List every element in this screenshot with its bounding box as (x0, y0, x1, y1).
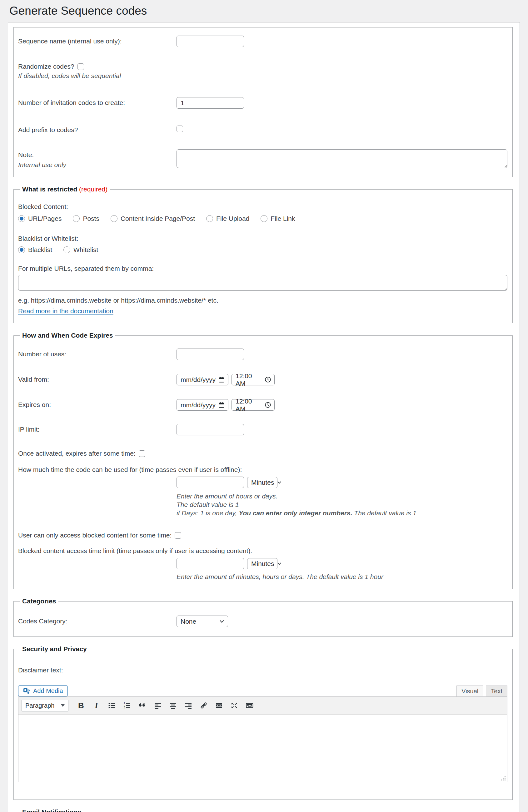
option-content-inside-label: Content Inside Page/Post (120, 215, 195, 222)
documentation-link[interactable]: Read more in the documentation (18, 307, 113, 315)
duration-controls: Minutes (176, 477, 508, 488)
codes-category-select[interactable]: None (176, 615, 228, 627)
link-button[interactable] (197, 699, 211, 711)
access-limit-unit-select[interactable]: Minutes (247, 558, 277, 569)
note-label-wrap: Note: Internal use only (18, 149, 176, 169)
duration-unit-select[interactable]: Minutes (247, 477, 277, 488)
paragraph-select[interactable]: Paragraph (22, 700, 68, 711)
radio-posts[interactable] (73, 215, 80, 222)
bold-icon: B (78, 701, 84, 710)
radio-file-upload[interactable] (206, 215, 213, 222)
ip-limit-input[interactable] (176, 424, 244, 435)
radio-blacklist[interactable] (18, 246, 25, 253)
note-label: Note: (18, 151, 176, 159)
ip-limit-label: IP limit: (18, 424, 176, 433)
restricted-legend: What is restricted (required) (20, 186, 110, 193)
row-user-access: User can only access blocked content for… (18, 532, 508, 539)
valid-from-time-input[interactable]: 12:00 AM (231, 374, 275, 386)
expires-on-label: Expires on: (18, 399, 176, 408)
bulleted-list-button[interactable] (105, 699, 119, 711)
bold-button[interactable]: B (74, 699, 88, 711)
option-blacklist-label: Blacklist (28, 246, 52, 253)
number-of-codes-input[interactable] (176, 97, 244, 109)
align-right-icon (184, 701, 192, 710)
align-right-button[interactable] (181, 699, 195, 711)
radio-content-inside[interactable] (111, 215, 117, 222)
radio-file-link[interactable] (260, 215, 268, 222)
security-legend: Security and Privacy (20, 645, 89, 653)
prefix-checkbox[interactable] (176, 126, 183, 132)
keyboard-button[interactable] (242, 699, 257, 711)
expires-on-time-input[interactable]: 12:00 AM (231, 399, 275, 411)
access-limit-controls: Minutes (176, 558, 508, 569)
option-file-upload[interactable]: File Upload (206, 215, 249, 222)
align-center-button[interactable] (166, 699, 180, 711)
option-blacklist[interactable]: Blacklist (18, 246, 52, 253)
fullscreen-icon (230, 701, 238, 710)
numbered-list-icon: 123 (123, 701, 131, 710)
option-whitelist[interactable]: Whitelist (63, 246, 98, 253)
italic-icon: I (95, 701, 98, 710)
restricted-legend-text: What is restricted (22, 186, 79, 193)
option-posts[interactable]: Posts (73, 215, 99, 222)
radio-url-pages[interactable] (18, 215, 25, 222)
urls-textarea[interactable] (18, 275, 508, 291)
option-content-inside[interactable]: Content Inside Page/Post (111, 215, 195, 222)
duration-help: Enter the amount of hours or days. The d… (176, 492, 508, 517)
option-file-link-label: File Link (271, 215, 295, 222)
expires-on-date-input[interactable]: mm/dd/yyyy (176, 399, 228, 411)
duration-label: How much time the code can be used for (… (18, 466, 508, 474)
clock-icon (265, 376, 271, 383)
option-file-link[interactable]: File Link (260, 215, 295, 222)
number-of-uses-label: Number of uses: (18, 349, 176, 358)
row-once-activated: Once activated, expires after some time: (18, 450, 508, 457)
editor-content-area[interactable] (18, 714, 507, 774)
section-email: Email Notifications Delay in seconds bef… (13, 808, 513, 812)
note-textarea[interactable] (176, 149, 508, 168)
list-type-label: Blacklist or Whitelist: (18, 235, 508, 242)
expires-on-controls: mm/dd/yyyy 12:00 AM (176, 399, 275, 411)
row-randomize: Randomize codes? (18, 63, 508, 70)
user-access-checkbox[interactable] (175, 532, 181, 539)
number-of-uses-input[interactable] (176, 349, 244, 360)
tab-text[interactable]: Text (486, 685, 508, 696)
italic-button[interactable]: I (89, 699, 103, 711)
randomize-checkbox[interactable] (77, 63, 84, 70)
prefix-label: Add prefix to codes? (18, 124, 176, 134)
add-media-button[interactable]: Add Media (18, 685, 68, 696)
add-media-label: Add Media (33, 687, 63, 695)
section-restricted: What is restricted (required) Blocked Co… (13, 186, 513, 323)
editor-tabs: Visual Text (454, 685, 508, 696)
paragraph-select-value: Paragraph (25, 702, 54, 709)
radio-whitelist[interactable] (63, 246, 70, 253)
duration-help-line1: Enter the amount of hours or days. (176, 492, 508, 500)
user-access-label: User can only access blocked content for… (18, 532, 172, 539)
access-limit-help: Enter the amount of minutes, hours or da… (176, 573, 508, 581)
option-file-upload-label: File Upload (216, 215, 249, 222)
dropdown-arrow-icon (61, 704, 65, 707)
access-limit-input[interactable] (176, 558, 244, 569)
valid-from-controls: mm/dd/yyyy 12:00 AM (176, 374, 275, 386)
option-url-pages[interactable]: URL/Pages (18, 215, 61, 222)
duration-input[interactable] (176, 477, 244, 488)
numbered-list-button[interactable]: 123 (120, 699, 134, 711)
align-left-icon (154, 701, 162, 710)
valid-from-date-input[interactable]: mm/dd/yyyy (176, 374, 228, 386)
read-more-button[interactable] (212, 699, 226, 711)
once-activated-checkbox[interactable] (139, 450, 145, 457)
once-activated-label: Once activated, expires after some time: (18, 450, 135, 457)
blockquote-button[interactable] (135, 699, 149, 711)
urls-label: For multiple URLs, separated them by com… (18, 265, 508, 272)
codes-category-value: None (181, 618, 196, 625)
fullscreen-button[interactable] (227, 699, 241, 711)
row-number-of-uses: Number of uses: (18, 349, 508, 360)
chevron-down-icon (219, 619, 225, 624)
align-left-button[interactable] (151, 699, 165, 711)
sequence-name-input[interactable] (176, 35, 244, 47)
chevron-down-icon (277, 480, 282, 485)
duration-help-line3: if Days: 1 is one day, You can enter onl… (176, 509, 508, 517)
expiration-legend: How and When Code Expires (20, 332, 115, 339)
resize-grip-icon[interactable] (501, 776, 506, 781)
media-icon (23, 687, 30, 695)
tab-visual[interactable]: Visual (456, 685, 483, 696)
